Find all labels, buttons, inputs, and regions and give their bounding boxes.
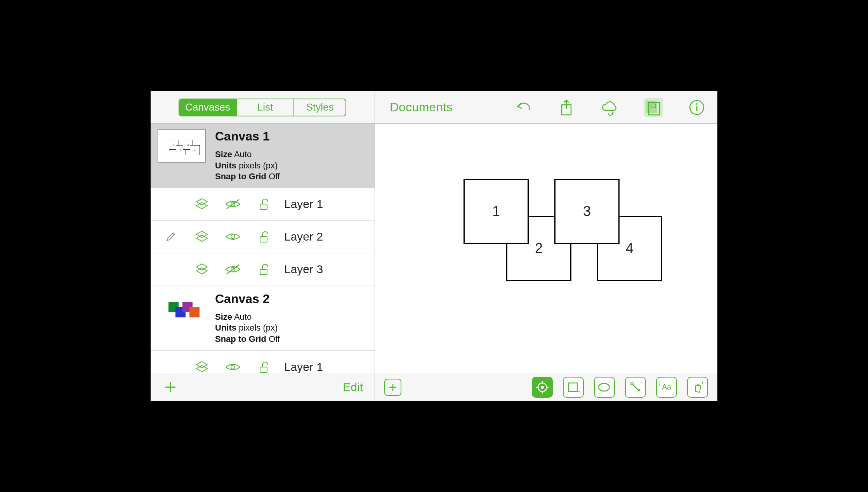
hand-tool[interactable]: + <box>687 377 708 398</box>
svg-rect-14 <box>260 269 267 275</box>
canvas-info: Canvas 1 Size Auto Units pixels (px) Sna… <box>215 129 280 182</box>
svg-line-3 <box>227 199 239 209</box>
lock-open-icon[interactable] <box>257 360 273 373</box>
lock-open-icon[interactable] <box>257 230 273 244</box>
svg-text:+: + <box>578 389 580 394</box>
bottom-toolbar: + + + | Aa + + <box>375 373 717 401</box>
shape-label: 4 <box>626 240 634 256</box>
shape-label: 2 <box>535 240 543 256</box>
svg-marker-7 <box>196 235 207 241</box>
target-tool[interactable] <box>532 377 553 398</box>
canvas-shape[interactable]: 1 <box>464 179 529 244</box>
svg-marker-1 <box>196 203 207 209</box>
shape-label: 3 <box>583 203 591 220</box>
canvas-row[interactable]: Canvas 2 Size Auto Units pixels (px) Sna… <box>151 286 375 351</box>
svg-rect-37 <box>569 383 577 392</box>
tab-styles[interactable]: Styles <box>294 99 345 116</box>
svg-rect-9 <box>260 237 267 242</box>
svg-marker-16 <box>196 366 207 372</box>
layer-name: Layer 1 <box>284 197 323 211</box>
svg-rect-18 <box>260 367 267 372</box>
edit-pencil-icon <box>163 231 179 242</box>
svg-line-13 <box>227 265 239 274</box>
layer-name: Layer 1 <box>284 360 323 373</box>
sidebar: Canvases List Styles 1 2 3 4 Canvas 1 <box>151 91 375 401</box>
toolbar-actions <box>513 98 707 117</box>
svg-text:+: + <box>701 381 704 386</box>
canvas-title: Canvas 1 <box>215 129 280 144</box>
text-tool[interactable]: | Aa + <box>656 377 677 398</box>
svg-point-17 <box>231 365 235 369</box>
lock-open-icon[interactable] <box>257 197 273 211</box>
svg-marker-6 <box>196 231 207 237</box>
main-area: Documents 2 4 <box>375 91 717 401</box>
ellipse-tool[interactable]: + <box>594 377 615 398</box>
lock-open-icon[interactable] <box>257 262 273 276</box>
canvas-shape[interactable]: 3 <box>554 179 620 244</box>
canvas-title: Canvas 2 <box>215 292 280 306</box>
view-segmented-control: Canvases List Styles <box>179 99 346 116</box>
top-toolbar: Documents <box>375 91 717 124</box>
layer-row[interactable]: Layer 2 <box>151 221 375 253</box>
svg-point-39 <box>599 383 609 391</box>
text-tool-label: Aa <box>662 383 671 392</box>
canvas-meta: Size Auto Units pixels (px) Snap to Grid… <box>215 149 280 182</box>
add-shape-button[interactable] <box>384 379 401 396</box>
shape-label: 1 <box>492 203 500 220</box>
layer-stack-icon[interactable] <box>195 360 209 373</box>
layer-row[interactable]: Layer 1 <box>151 351 375 373</box>
svg-marker-10 <box>196 264 207 270</box>
layer-name: Layer 2 <box>284 230 323 243</box>
svg-point-8 <box>231 235 235 239</box>
tab-canvases[interactable]: Canvases <box>179 99 237 116</box>
svg-line-42 <box>633 385 639 391</box>
canvas-thumbnail <box>158 292 206 325</box>
add-button[interactable] <box>164 381 177 394</box>
layer-stack-icon[interactable] <box>195 262 209 276</box>
layers-stack-icon[interactable] <box>644 98 663 117</box>
visibility-visible-icon[interactable] <box>224 230 241 244</box>
svg-text:+: + <box>609 381 611 386</box>
canvas-meta: Size Auto Units pixels (px) Snap to Grid… <box>215 312 280 345</box>
svg-marker-0 <box>196 199 207 205</box>
visibility-hidden-icon[interactable] <box>224 262 241 276</box>
share-icon[interactable] <box>557 98 576 117</box>
documents-button[interactable]: Documents <box>390 100 453 114</box>
svg-rect-4 <box>260 204 267 210</box>
svg-point-32 <box>541 386 544 389</box>
layer-name: Layer 3 <box>284 263 323 276</box>
undo-icon[interactable] <box>513 98 533 117</box>
svg-marker-11 <box>196 268 207 274</box>
rectangle-tool[interactable]: + <box>563 377 584 398</box>
drawing-tools: + + + | Aa + + <box>532 377 708 398</box>
canvas-viewport[interactable]: 2 4 1 3 <box>375 124 717 373</box>
canvas-row[interactable]: 1 2 3 4 Canvas 1 Size Auto Units pixels … <box>151 124 375 188</box>
layer-stack-icon[interactable] <box>195 230 209 244</box>
visibility-hidden-icon[interactable] <box>224 197 241 211</box>
svg-point-27 <box>696 103 698 105</box>
line-tool[interactable]: + <box>625 377 646 398</box>
layer-row[interactable]: Layer 3 <box>151 253 375 286</box>
canvas-thumbnail: 1 2 3 4 <box>158 129 206 163</box>
sidebar-top-bar: Canvases List Styles <box>151 91 375 124</box>
edit-button[interactable]: Edit <box>343 381 363 394</box>
info-icon[interactable] <box>687 98 707 117</box>
app-window: Canvases List Styles 1 2 3 4 Canvas 1 <box>148 88 720 404</box>
svg-text:+: + <box>640 381 642 386</box>
tab-list[interactable]: List <box>237 99 294 116</box>
layer-row[interactable]: Layer 1 <box>151 188 375 221</box>
canvas-info: Canvas 2 Size Auto Units pixels (px) Sna… <box>215 292 280 345</box>
layer-stack-icon[interactable] <box>195 197 209 211</box>
cloud-sync-icon[interactable] <box>600 98 620 117</box>
visibility-visible-icon[interactable] <box>224 360 241 373</box>
sidebar-footer: Edit <box>151 373 375 401</box>
sidebar-body: 1 2 3 4 Canvas 1 Size Auto Units pixels … <box>151 124 375 373</box>
svg-marker-15 <box>196 362 207 368</box>
